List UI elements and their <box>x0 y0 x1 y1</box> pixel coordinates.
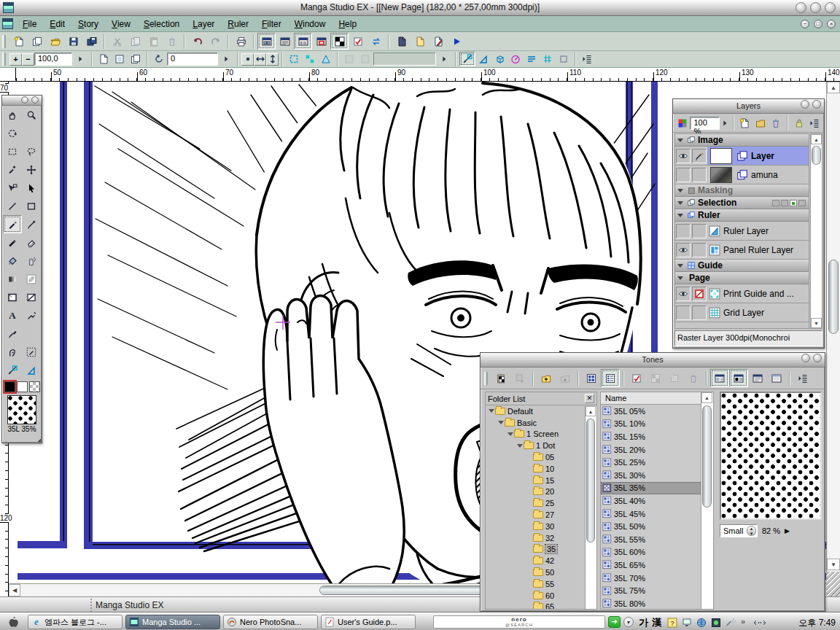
tray-overflow-chevron[interactable]: » <box>741 617 745 626</box>
tone-folder-25[interactable]: 25 <box>486 497 596 509</box>
tones-palette-titlebar[interactable]: Tones <box>481 353 825 368</box>
materials-catalog-button[interactable] <box>411 33 429 50</box>
select-mode-2-button[interactable] <box>357 52 373 66</box>
no-print-toggle[interactable] <box>692 287 707 301</box>
custom-tools-button[interactable] <box>429 33 447 50</box>
palette-minimize-icon[interactable] <box>801 100 809 109</box>
run-story-button[interactable] <box>447 33 465 50</box>
ruler-frame-button[interactable] <box>556 52 572 66</box>
finger-tool[interactable] <box>3 343 22 361</box>
magic-wand-tool[interactable] <box>3 160 22 179</box>
ruler-triangle-button[interactable] <box>475 52 491 66</box>
new-page-button[interactable] <box>9 33 28 50</box>
fill-tool[interactable] <box>3 252 22 270</box>
scroll-up-button[interactable]: ▲ <box>586 406 596 416</box>
tone-folder-32[interactable]: 32 <box>486 532 596 544</box>
marquee-tool[interactable] <box>3 142 22 160</box>
menu-window[interactable]: Window <box>288 18 332 31</box>
layout-wide-button[interactable] <box>767 369 786 387</box>
paste-button[interactable] <box>144 33 163 50</box>
tones-menu-button[interactable] <box>793 369 812 387</box>
move-tool[interactable] <box>22 160 41 179</box>
tone-folder-35[interactable]: 35 <box>486 544 596 556</box>
network-tray-icon[interactable] <box>752 617 767 628</box>
rotate-apply-button[interactable] <box>218 52 234 66</box>
tone-item-35l-20-[interactable]: 35L 20% <box>601 443 713 456</box>
tone-folder-1-dot[interactable]: 1 Dot <box>486 440 596 451</box>
toolbar-menu-button[interactable] <box>579 52 595 66</box>
visibility-toggle[interactable] <box>676 168 691 182</box>
menu-filter[interactable]: Filter <box>255 18 288 31</box>
layer-group-image[interactable]: Image <box>675 134 809 147</box>
background-color[interactable] <box>17 381 28 392</box>
maximize-button[interactable] <box>810 2 821 13</box>
text-tool[interactable]: A <box>3 306 22 324</box>
palette-minimize-icon[interactable] <box>801 354 810 362</box>
child-minimize-button[interactable]: − <box>801 20 809 28</box>
tone-item-35l-35-[interactable]: 35L 35% <box>601 482 713 495</box>
copy-button[interactable] <box>126 33 144 50</box>
layer-opacity-field[interactable]: 100 % <box>690 117 719 130</box>
pen-tool[interactable] <box>3 215 22 233</box>
ime-hanja-indicator[interactable]: 漢 <box>652 616 661 629</box>
eraser-tool[interactable] <box>22 233 41 252</box>
open-button[interactable] <box>46 33 64 50</box>
ruler-select-tool[interactable] <box>22 361 41 379</box>
child-restore-button[interactable]: □ <box>814 20 822 28</box>
join-line-tool[interactable] <box>22 306 41 324</box>
zoom-out-button[interactable]: − <box>22 53 34 66</box>
fit-to-window-button[interactable] <box>96 52 112 66</box>
menu-file[interactable]: File <box>16 18 43 31</box>
globe-tray-icon[interactable] <box>696 617 707 628</box>
new-story-button[interactable] <box>28 33 46 50</box>
frame-cutter-tool[interactable] <box>22 288 41 306</box>
ruler-grid-button[interactable] <box>540 52 556 66</box>
nero-tray-icon[interactable] <box>710 617 721 628</box>
snap-to-tone-button[interactable] <box>302 52 318 66</box>
layout-preview-button[interactable] <box>748 369 767 387</box>
layer-group-page[interactable]: Page <box>675 272 809 284</box>
tone-folder-65[interactable]: 65 <box>486 602 596 610</box>
layout-folders-button[interactable] <box>710 369 729 387</box>
undo-button[interactable] <box>188 33 206 50</box>
tone-item-35l-05-[interactable]: 35L 05% <box>601 405 713 418</box>
spinner-icon[interactable]: ▲▼ <box>747 526 756 536</box>
tone-item-35l-80-[interactable]: 35L 80% <box>601 597 713 610</box>
tone-folder-05[interactable]: 05 <box>486 451 596 463</box>
visibility-toggle[interactable] <box>676 224 691 238</box>
delete-button[interactable] <box>163 33 181 50</box>
zoom-tool[interactable] <box>22 106 41 124</box>
tone-list-header[interactable]: Name <box>601 392 713 405</box>
ruler-solid-button[interactable] <box>491 52 508 66</box>
zoom-in-button[interactable]: + <box>9 53 22 66</box>
layers-palette-titlebar[interactable]: Layers <box>673 99 824 114</box>
tone-item-35l-25-[interactable]: 35L 25% <box>601 456 713 469</box>
pencil-tool[interactable] <box>22 215 41 233</box>
line-tool[interactable] <box>3 197 22 215</box>
ime-korean-indicator[interactable]: 가 <box>639 616 648 629</box>
folder-add-button[interactable] <box>556 369 575 387</box>
toggle-page-list-button[interactable] <box>294 33 312 50</box>
zoom-apply-button[interactable] <box>72 52 88 66</box>
draw-toggle[interactable] <box>692 224 707 238</box>
view-thumbnails-button[interactable] <box>582 369 601 387</box>
tone-item-35l-65-[interactable]: 35L 65% <box>601 559 713 572</box>
opacity-apply-button[interactable] <box>720 115 730 131</box>
rotate-view-button[interactable] <box>151 52 167 66</box>
expand-triangle-icon[interactable] <box>498 421 504 424</box>
layer-row-grid-layer[interactable]: Grid Layer <box>675 303 809 322</box>
preview-menu-arrow-icon[interactable]: ▶ <box>785 527 790 534</box>
layer-row-layer[interactable]: Layer <box>675 147 809 166</box>
airbrush-tool[interactable] <box>22 252 41 270</box>
menu-ruler[interactable]: Ruler <box>221 18 255 31</box>
taskbar-task-4[interactable]: User's Guide.p... <box>321 615 416 629</box>
tone-scroll-thumb[interactable] <box>702 405 712 508</box>
resize-grip[interactable] <box>826 572 840 596</box>
save-button[interactable] <box>64 33 82 50</box>
object-selector-tool[interactable] <box>3 179 22 197</box>
tone-folder-20[interactable]: 20 <box>486 486 596 498</box>
print-button[interactable] <box>232 33 250 50</box>
layer-row-ruler-layer[interactable]: Ruler Layer <box>675 222 809 241</box>
tone-folder-15[interactable]: 15 <box>486 475 596 486</box>
print-size-button[interactable] <box>128 52 144 66</box>
